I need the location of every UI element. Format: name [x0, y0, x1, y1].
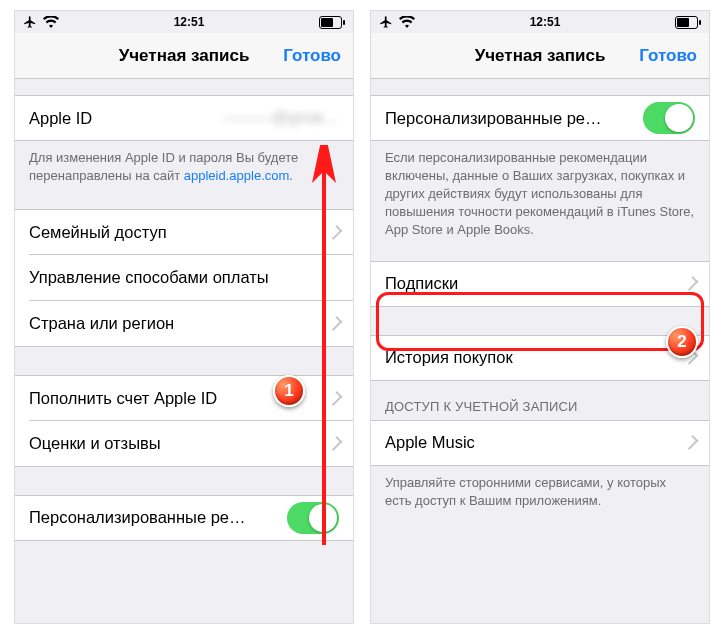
chevron-icon: [684, 435, 699, 450]
account-access-header: ДОСТУП К УЧЕТНОЙ ЗАПИСИ: [371, 381, 709, 420]
ratings-reviews-row[interactable]: Оценки и отзывы: [15, 421, 353, 467]
wifi-icon: [43, 16, 59, 28]
account-access-footer: Управляйте сторонними сервисами, у котор…: [371, 466, 709, 520]
page-title: Учетная запись: [119, 46, 250, 66]
nav-bar: Учетная запись Готово: [371, 33, 709, 79]
chevron-icon: [328, 391, 343, 406]
personalized-recs-row[interactable]: Персонализированные ре…: [371, 95, 709, 141]
svg-rect-1: [321, 18, 333, 27]
nav-bar: Учетная запись Готово: [15, 33, 353, 79]
battery-icon: [319, 16, 345, 29]
apple-music-row[interactable]: Apple Music: [371, 420, 709, 466]
personalized-footer: Если персонализированные рекомендации вк…: [371, 141, 709, 249]
family-sharing-row[interactable]: Семейный доступ: [15, 209, 353, 255]
phone-right: 12:51 Учетная запись Готово Персонализир…: [370, 10, 710, 624]
status-bar: 12:51: [371, 11, 709, 33]
clock: 12:51: [174, 15, 205, 29]
apple-id-row[interactable]: Apple ID ———@gmai…: [15, 95, 353, 141]
chevron-icon: [328, 436, 343, 451]
svg-rect-4: [677, 18, 689, 27]
done-button[interactable]: Готово: [639, 46, 697, 66]
status-bar: 12:51: [15, 11, 353, 33]
annotation-badge-1: 1: [273, 375, 305, 407]
done-button[interactable]: Готово: [283, 46, 341, 66]
phone-left: 12:51 Учетная запись Готово Apple ID ———…: [14, 10, 354, 624]
airplane-icon: [379, 15, 393, 29]
apple-id-value: ———@gmai…: [224, 109, 339, 127]
appleid-link[interactable]: appleid.apple.com: [184, 168, 290, 183]
chevron-icon: [328, 316, 343, 331]
personalized-recs-row[interactable]: Персонализированные ре…: [15, 495, 353, 541]
scroll-area[interactable]: Персонализированные ре… Если персонализи…: [371, 79, 709, 623]
page-title: Учетная запись: [475, 46, 606, 66]
chevron-icon: [328, 225, 343, 240]
apple-id-footer: Для изменения Apple ID и пароля Вы будет…: [15, 141, 353, 195]
purchase-history-row[interactable]: История покупок: [371, 335, 709, 381]
country-region-row[interactable]: Страна или регион: [15, 301, 353, 347]
svg-rect-5: [699, 20, 701, 25]
apple-id-label: Apple ID: [29, 109, 224, 128]
personalized-toggle[interactable]: [287, 502, 339, 534]
battery-icon: [675, 16, 701, 29]
svg-rect-2: [343, 20, 345, 25]
wifi-icon: [399, 16, 415, 28]
subscriptions-row[interactable]: Подписки: [371, 261, 709, 307]
chevron-icon: [684, 276, 699, 291]
clock: 12:51: [530, 15, 561, 29]
airplane-icon: [23, 15, 37, 29]
annotation-badge-2: 2: [666, 326, 698, 358]
personalized-toggle[interactable]: [643, 102, 695, 134]
payment-methods-row[interactable]: Управление способами оплаты: [15, 255, 353, 301]
scroll-area[interactable]: Apple ID ———@gmai… Для изменения Apple I…: [15, 79, 353, 623]
